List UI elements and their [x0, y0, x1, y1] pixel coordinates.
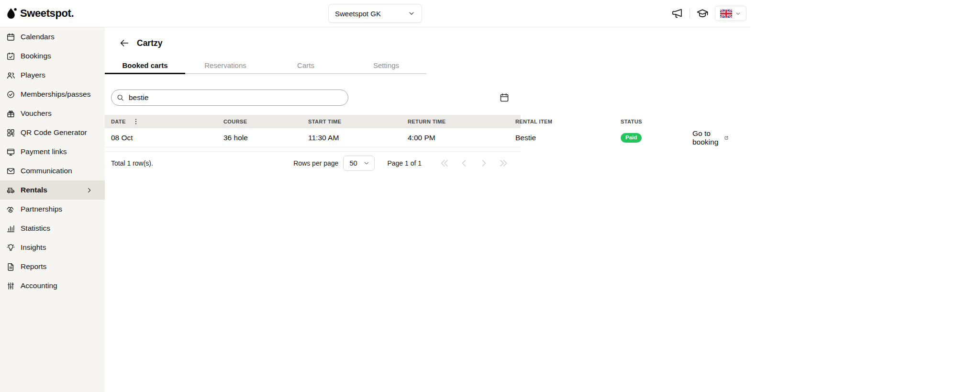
- academy-button[interactable]: [696, 7, 709, 20]
- tab-booked-carts[interactable]: Booked carts: [105, 57, 185, 73]
- cell-course: 36 hole: [223, 134, 308, 142]
- date-filter-button[interactable]: [499, 92, 510, 103]
- tab-settings[interactable]: Settings: [346, 57, 426, 73]
- total-rows-label: Total 1 row(s).: [111, 159, 153, 167]
- table-bottom-border: [105, 147, 521, 152]
- status-badge: Paid: [621, 133, 642, 143]
- chevron-down-icon: [363, 160, 370, 167]
- topbar-divider: [690, 9, 690, 18]
- language-selector[interactable]: [715, 6, 746, 21]
- col-header-course: COURSE: [223, 119, 308, 124]
- arrow-left-icon: [119, 38, 130, 48]
- document-icon: [6, 262, 15, 271]
- app-window: Sweetspot. Sweetspot GK: [0, 0, 750, 392]
- rows-per-page-label: Rows per page: [293, 159, 338, 167]
- chevron-right-icon: [86, 187, 93, 194]
- chevron-left-icon: [458, 157, 470, 169]
- sidebar-item-vouchers[interactable]: Vouchers: [0, 104, 105, 123]
- announcements-button[interactable]: [671, 7, 683, 20]
- sidebar-item-rentals[interactable]: Rentals: [0, 180, 105, 200]
- chevron-down-icon: [735, 11, 741, 17]
- handshake-icon: [6, 205, 15, 214]
- sidebar-item-label: Insights: [21, 243, 46, 252]
- sidebar-item-label: Payment links: [21, 147, 67, 156]
- cell-return-time: 4:00 PM: [408, 134, 515, 142]
- players-icon: [6, 71, 15, 80]
- bar-chart-icon: [6, 224, 15, 233]
- sidebar-item-qr-code-generator[interactable]: QR Code Generator: [0, 123, 105, 142]
- external-link-icon: [724, 134, 729, 142]
- tab-bar: Booked carts Reservations Carts Settings: [105, 57, 426, 74]
- table-footer: Total 1 row(s). Rows per page 50 Page 1 …: [111, 155, 509, 172]
- calendar-check-icon: [6, 52, 15, 61]
- sidebar-item-label: Calendars: [21, 33, 55, 41]
- col-header-status: STATUS: [621, 119, 692, 124]
- calendar-icon: [499, 92, 510, 103]
- sidebar-item-accounting[interactable]: Accounting: [0, 276, 105, 295]
- qr-code-icon: [6, 128, 15, 137]
- top-bar: Sweetspot. Sweetspot GK: [0, 0, 750, 27]
- table-header-row: DATE COURSE START TIME RETURN TIME RENTA…: [105, 115, 521, 128]
- sliders-icon: [6, 281, 15, 291]
- pagination-controls: [439, 157, 509, 169]
- page-header: Cartzy: [119, 34, 163, 52]
- page-title: Cartzy: [137, 38, 163, 48]
- filter-row: [111, 90, 510, 106]
- cell-rental-item: Bestie: [515, 134, 621, 142]
- sidebar-item-label: QR Code Generator: [21, 128, 87, 137]
- col-header-rental-item: RENTAL ITEM: [515, 119, 621, 124]
- back-button[interactable]: [119, 38, 130, 48]
- search-input[interactable]: [111, 90, 348, 106]
- cell-date: 08 Oct: [111, 134, 223, 142]
- sweetspot-logo-icon: [6, 7, 17, 20]
- payment-links-icon: [6, 147, 15, 157]
- tab-reservations[interactable]: Reservations: [185, 57, 266, 73]
- club-selector-value: Sweetspot GK: [335, 10, 381, 18]
- sidebar-item-label: Bookings: [21, 52, 51, 60]
- club-selector[interactable]: Sweetspot GK: [328, 4, 422, 23]
- graduation-cap-icon: [696, 7, 709, 20]
- sidebar-item-bookings[interactable]: Bookings: [0, 46, 105, 66]
- sidebar-item-payment-links[interactable]: Payment links: [0, 142, 105, 161]
- sidebar-item-calendars[interactable]: Calendars: [0, 27, 105, 46]
- sidebar-item-label: Memberships/passes: [21, 90, 90, 99]
- gift-icon: [6, 109, 15, 118]
- cell-start-time: 11:30 AM: [308, 134, 408, 142]
- sidebar-item-reports[interactable]: Reports: [0, 257, 105, 276]
- sidebar-item-label: Reports: [21, 262, 46, 271]
- page-info-label: Page 1 of 1: [387, 159, 422, 167]
- sidebar-item-memberships[interactable]: Memberships/passes: [0, 85, 105, 104]
- rows-per-page-value: 50: [349, 159, 357, 167]
- brand-logo[interactable]: Sweetspot.: [6, 7, 74, 20]
- sidebar-nav: Calendars Bookings Players Memberships/p…: [0, 27, 105, 392]
- go-to-booking-link[interactable]: Go to booking: [692, 129, 729, 146]
- sidebar-item-label: Rentals: [21, 186, 47, 194]
- last-page-button[interactable]: [498, 157, 509, 169]
- sidebar-item-partnerships[interactable]: Partnerships: [0, 200, 105, 219]
- calendar-icon: [6, 33, 15, 42]
- sidebar-item-label: Vouchers: [21, 109, 52, 118]
- sidebar-item-communication[interactable]: Communication: [0, 161, 105, 180]
- sidebar-item-label: Players: [21, 71, 45, 79]
- cell-status: Paid: [621, 133, 692, 143]
- table-row: 08 Oct 36 hole 11:30 AM 4:00 PM Bestie P…: [105, 128, 521, 147]
- sidebar-item-statistics[interactable]: Statistics: [0, 219, 105, 238]
- megaphone-icon: [671, 7, 683, 20]
- tab-carts[interactable]: Carts: [266, 57, 346, 73]
- golf-cart-icon: [6, 186, 15, 195]
- sidebar-item-insights[interactable]: Insights: [0, 238, 105, 257]
- main-content: Cartzy Booked carts Reservations Carts S…: [105, 27, 521, 392]
- kebab-menu-icon[interactable]: [132, 118, 140, 125]
- next-page-button[interactable]: [478, 157, 490, 169]
- first-page-button[interactable]: [439, 157, 450, 169]
- search-box: [111, 90, 348, 106]
- chevrons-left-icon: [439, 157, 450, 169]
- prev-page-button[interactable]: [458, 157, 470, 169]
- rows-per-page-select[interactable]: 50: [343, 156, 375, 171]
- sidebar-item-label: Communication: [21, 167, 72, 175]
- col-header-return-time: RETURN TIME: [408, 119, 515, 124]
- topbar-actions: [671, 6, 746, 21]
- chevron-down-icon: [408, 10, 415, 17]
- sidebar-item-players[interactable]: Players: [0, 66, 105, 85]
- lightbulb-icon: [6, 243, 15, 252]
